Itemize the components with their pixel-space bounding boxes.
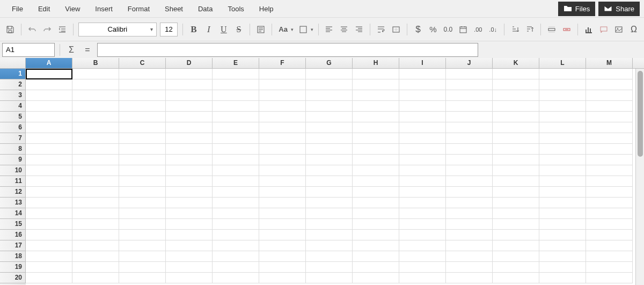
- cell[interactable]: [259, 198, 306, 208]
- cell[interactable]: [259, 273, 306, 283]
- cell[interactable]: [353, 144, 399, 155]
- cell[interactable]: [26, 133, 72, 144]
- function-wizard-button[interactable]: Σ: [65, 43, 78, 56]
- align-left-button[interactable]: [324, 23, 335, 36]
- cell[interactable]: [26, 122, 72, 133]
- cell[interactable]: [259, 79, 306, 90]
- cell[interactable]: [166, 262, 213, 273]
- cell[interactable]: [586, 90, 633, 101]
- cell[interactable]: [26, 262, 72, 273]
- cell[interactable]: [26, 155, 72, 165]
- cell[interactable]: [446, 79, 493, 90]
- cell[interactable]: [166, 219, 213, 230]
- cell[interactable]: [72, 230, 119, 240]
- cell[interactable]: [493, 69, 539, 79]
- name-box[interactable]: A1: [2, 43, 55, 57]
- cell[interactable]: [119, 79, 166, 90]
- cell[interactable]: [72, 69, 119, 79]
- row-header-16[interactable]: 16: [0, 230, 26, 240]
- cell[interactable]: [72, 79, 119, 90]
- cell[interactable]: [259, 165, 306, 176]
- delete-row-button[interactable]: [561, 23, 573, 36]
- cell[interactable]: [446, 122, 493, 133]
- col-header-J[interactable]: J: [446, 58, 493, 68]
- cell[interactable]: [119, 273, 166, 283]
- row-header-4[interactable]: 4: [0, 101, 26, 112]
- col-header-H[interactable]: H: [353, 58, 399, 68]
- cell[interactable]: [166, 198, 213, 208]
- cell[interactable]: [539, 198, 586, 208]
- col-header-G[interactable]: G: [306, 58, 353, 68]
- cell[interactable]: [26, 176, 72, 187]
- cell[interactable]: [213, 79, 259, 90]
- cell[interactable]: [306, 187, 353, 198]
- cell[interactable]: [493, 79, 539, 90]
- cell[interactable]: [493, 112, 539, 122]
- col-header-C[interactable]: C: [119, 58, 166, 68]
- cell[interactable]: [26, 198, 72, 208]
- cell[interactable]: [446, 240, 493, 251]
- menu-format[interactable]: Format: [120, 2, 157, 16]
- underline-button[interactable]: U: [218, 23, 230, 36]
- cell[interactable]: [306, 230, 353, 240]
- cell[interactable]: [539, 208, 586, 219]
- image-button[interactable]: [613, 23, 625, 36]
- cell[interactable]: [306, 133, 353, 144]
- cell[interactable]: [166, 90, 213, 101]
- cell[interactable]: [306, 79, 353, 90]
- cell[interactable]: [259, 155, 306, 165]
- cell[interactable]: [539, 187, 586, 198]
- cell[interactable]: [166, 240, 213, 251]
- row-header-10[interactable]: 10: [0, 165, 26, 176]
- select-all-corner[interactable]: [0, 58, 26, 68]
- cell[interactable]: [213, 101, 259, 112]
- cell[interactable]: [166, 176, 213, 187]
- cell[interactable]: [539, 219, 586, 230]
- col-header-E[interactable]: E: [213, 58, 259, 68]
- cell[interactable]: [213, 69, 259, 79]
- cell[interactable]: [353, 230, 399, 240]
- cell[interactable]: [539, 155, 586, 165]
- special-char-button[interactable]: Ω: [628, 23, 640, 36]
- cell[interactable]: [586, 240, 633, 251]
- cell[interactable]: [446, 230, 493, 240]
- cell[interactable]: [306, 155, 353, 165]
- cell[interactable]: [353, 155, 399, 165]
- cell[interactable]: [119, 112, 166, 122]
- cell[interactable]: [586, 112, 633, 122]
- cell[interactable]: [72, 198, 119, 208]
- cell[interactable]: [213, 251, 259, 262]
- cell[interactable]: [539, 79, 586, 90]
- cell[interactable]: [353, 79, 399, 90]
- cell[interactable]: [119, 165, 166, 176]
- cell[interactable]: [259, 112, 306, 122]
- insert-row-button[interactable]: [546, 23, 558, 36]
- sort-desc-button[interactable]: [524, 23, 536, 36]
- cell[interactable]: [493, 219, 539, 230]
- menu-help[interactable]: Help: [252, 2, 281, 16]
- cell[interactable]: [586, 133, 633, 144]
- cell[interactable]: [119, 198, 166, 208]
- cell[interactable]: [166, 230, 213, 240]
- cell[interactable]: [353, 251, 399, 262]
- merge-cells-button[interactable]: [390, 23, 402, 36]
- cell[interactable]: [493, 101, 539, 112]
- cell[interactable]: [353, 122, 399, 133]
- cell[interactable]: [306, 262, 353, 273]
- cell[interactable]: [72, 144, 119, 155]
- cell[interactable]: [353, 69, 399, 79]
- cell[interactable]: [213, 219, 259, 230]
- cell[interactable]: [353, 273, 399, 283]
- cells-area[interactable]: [26, 69, 644, 285]
- cell[interactable]: [119, 176, 166, 187]
- cell[interactable]: [399, 112, 446, 122]
- cell[interactable]: [259, 101, 306, 112]
- cell[interactable]: [72, 101, 119, 112]
- row-header-15[interactable]: 15: [0, 219, 26, 230]
- cell[interactable]: [26, 240, 72, 251]
- cell[interactable]: [353, 90, 399, 101]
- fill-color-dropdown[interactable]: ▾: [311, 27, 313, 32]
- cell[interactable]: [166, 133, 213, 144]
- scrollbar-thumb[interactable]: [638, 71, 643, 157]
- cell[interactable]: [166, 187, 213, 198]
